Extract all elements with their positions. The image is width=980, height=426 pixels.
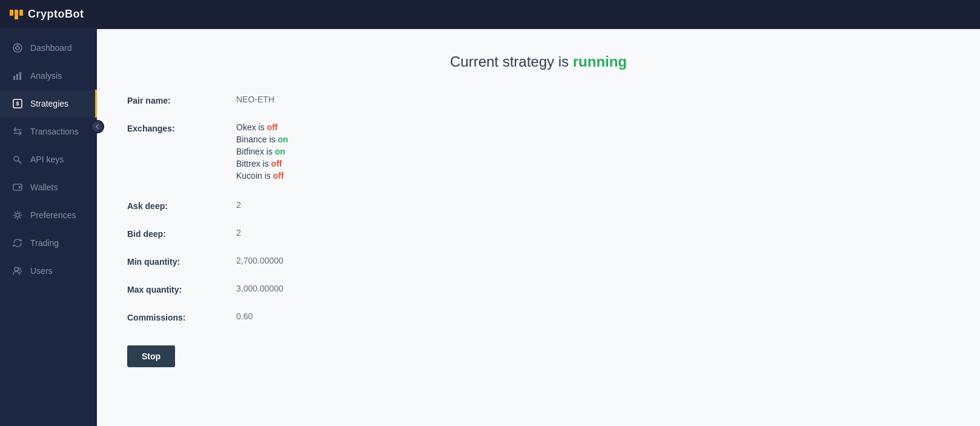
pair-name-value: NEO-ETH [236,95,274,104]
exchange-okex: Okex is off [236,122,288,132]
svg-rect-10 [19,186,21,188]
min-quantity-label: Min quantity: [127,256,236,267]
svg-point-12 [15,267,18,271]
sidebar-item-transactions-label: Transactions [30,127,79,136]
svg-point-11 [16,213,19,217]
sidebar-item-dashboard-label: Dashboard [30,43,72,53]
max-quantity-label: Max quantity: [127,284,236,295]
strategies-icon: $ [12,98,23,109]
api-keys-icon [12,154,23,165]
sidebar-item-transactions[interactable]: Transactions [0,118,97,145]
sidebar-item-users-label: Users [30,266,53,276]
analysis-icon [12,70,23,81]
exchange-bitfinex: Bitfinex is on [236,147,288,156]
ask-deep-label: Ask deep: [127,200,236,211]
commissions-row: Commissions: 0.60 [127,311,551,322]
ask-deep-value: 2 [236,200,241,210]
app-logo: CryptoBot [10,8,84,21]
pair-name-row: Pair name: NEO-ETH [127,95,551,105]
svg-rect-5 [19,72,21,80]
ask-deep-row: Ask deep: 2 [127,200,551,211]
strategy-info-table: Pair name: NEO-ETH Exchanges: Okex is of… [127,95,551,367]
users-icon [12,265,23,276]
dashboard-icon [12,42,23,53]
min-quantity-row: Min quantity: 2,700.00000 [127,256,551,267]
svg-rect-4 [16,74,18,80]
logo-icon [10,10,23,19]
min-quantity-value: 2,700.00000 [236,256,283,265]
strategy-status-value: running [573,53,627,70]
svg-text:$: $ [16,101,19,107]
exchanges-list: Okex is off Binance is on Bitfinex is on… [236,122,288,183]
main-content: Current strategy is running Pair name: N… [97,29,980,426]
sidebar-item-wallets-label: Wallets [30,182,58,192]
sidebar: Dashboard Analysis $ Strategies [0,29,97,426]
strategy-status-prefix: Current strategy is [450,53,569,70]
strategy-status-heading: Current strategy is running [127,53,950,70]
app-header: CryptoBot [0,0,980,29]
max-quantity-value: 3,000.00000 [236,284,283,293]
app-title: CryptoBot [28,8,84,21]
stop-button-container: Stop [127,339,551,367]
exchange-kucoin: Kucoin is off [236,171,288,181]
sidebar-collapse-button[interactable] [91,120,104,133]
exchange-bittrex-status: off [271,159,282,168]
commissions-value: 0.60 [236,311,253,321]
sidebar-item-analysis[interactable]: Analysis [0,62,97,90]
preferences-icon [12,210,23,221]
commissions-label: Commissions: [127,311,236,322]
exchange-bitfinex-status: on [275,147,285,156]
exchange-okex-status: off [267,122,278,132]
exchanges-row: Exchanges: Okex is off Binance is on Bit… [127,122,551,183]
sidebar-item-dashboard[interactable]: Dashboard [0,34,97,62]
sidebar-item-strategies[interactable]: $ Strategies [0,90,97,118]
sidebar-item-api-keys[interactable]: API keys [0,145,97,173]
sidebar-item-trading-label: Trading [30,238,59,248]
max-quantity-row: Max quantity: 3,000.00000 [127,284,551,295]
exchange-binance: Binance is on [236,135,288,144]
sidebar-item-trading[interactable]: Trading [0,229,97,257]
sidebar-item-strategies-label: Strategies [30,99,68,108]
transactions-icon [12,126,23,137]
sidebar-item-api-keys-label: API keys [30,155,64,164]
exchange-binance-status: on [277,135,288,144]
pair-name-label: Pair name: [127,95,236,105]
exchanges-label: Exchanges: [127,122,236,133]
exchange-kucoin-status: off [273,171,284,181]
bid-deep-value: 2 [236,228,241,238]
sidebar-item-preferences[interactable]: Preferences [0,201,97,229]
svg-rect-3 [13,76,15,80]
stop-button[interactable]: Stop [127,345,175,367]
svg-point-1 [16,46,19,50]
exchange-bittrex: Bittrex is off [236,159,288,168]
sidebar-item-wallets[interactable]: Wallets [0,173,97,201]
wallets-icon [12,182,23,193]
sidebar-item-preferences-label: Preferences [30,210,76,220]
trading-icon [12,238,23,248]
sidebar-item-analysis-label: Analysis [30,71,62,81]
sidebar-item-users[interactable]: Users [0,257,97,285]
bid-deep-label: Bid deep: [127,228,236,239]
bid-deep-row: Bid deep: 2 [127,228,551,239]
